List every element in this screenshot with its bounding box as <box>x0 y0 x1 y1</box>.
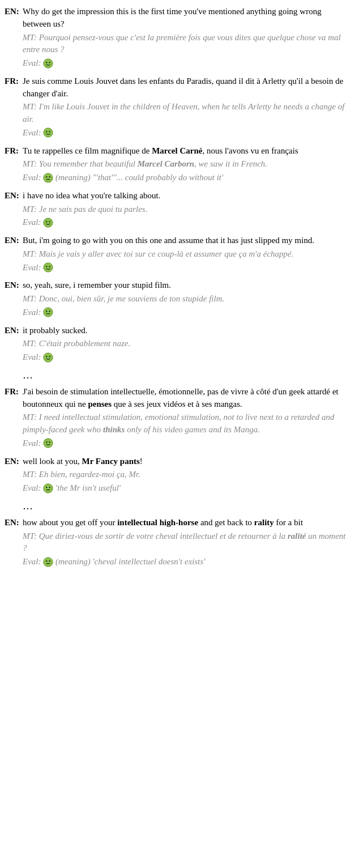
svg-point-12 <box>49 131 50 132</box>
smile-icon <box>43 128 53 137</box>
neutral-icon <box>43 483 53 492</box>
svg-point-18 <box>46 221 47 222</box>
eval-label: Eval: <box>23 308 43 317</box>
eval-line: Eval: <box>23 57 346 70</box>
translation-entry: EN:it probably sucked.MT: C'était probab… <box>5 325 346 364</box>
translation-entry: FR:Tu te rappelles ce film magnifique de… <box>5 145 346 184</box>
svg-point-19 <box>49 221 50 222</box>
svg-point-24 <box>46 310 47 312</box>
eval-comment: 'the Mr isn't useful' <box>53 483 121 492</box>
eval-label: Eval: <box>23 557 43 566</box>
svg-point-36 <box>44 557 53 566</box>
mt-text: MT: Que diriez-vous de sortir de votre c… <box>23 530 346 555</box>
mt-label: MT: <box>23 102 39 111</box>
entry-content: it probably sucked.MT: C'était probablem… <box>23 325 346 364</box>
svg-point-29 <box>44 439 53 448</box>
svg-point-20 <box>44 263 53 272</box>
svg-point-34 <box>49 487 50 488</box>
source-text: J'ai besoin de stimulation intellectuell… <box>23 386 346 411</box>
translation-entry: EN:well look at you, Mr Fancy pants!MT: … <box>5 456 346 495</box>
mt-text: MT: Eh bien, regardez-moi ça, Mr. <box>23 469 346 481</box>
eval-label: Eval: <box>23 439 43 448</box>
lang-label: EN: <box>5 190 23 229</box>
translation-entry: EN:how about you get off your intellectu… <box>5 517 346 568</box>
mt-text: MT: You remember that beautiful Marcel C… <box>23 158 346 171</box>
svg-point-25 <box>49 310 50 312</box>
eval-comment: (meaning) "'that'"... could probably do … <box>53 173 223 182</box>
lang-label: EN: <box>5 517 23 568</box>
mt-label: MT: <box>23 412 39 422</box>
svg-point-28 <box>49 356 50 357</box>
mt-text: MT: Donc, oui, bien sûr, je me souviens … <box>23 293 346 305</box>
svg-point-17 <box>44 218 53 227</box>
mt-label: MT: <box>23 294 39 303</box>
eval-label: Eval: <box>23 128 43 137</box>
eval-label: Eval: <box>23 263 43 272</box>
entry-content: i have no idea what you're talking about… <box>23 190 346 229</box>
smile-icon <box>43 58 53 67</box>
eval-label: Eval: <box>23 173 43 182</box>
smile-icon <box>43 439 53 448</box>
mt-label: MT: <box>23 470 39 479</box>
svg-point-32 <box>44 483 53 492</box>
lang-label: FR: <box>5 386 23 450</box>
svg-point-37 <box>46 560 47 561</box>
eval-line: Eval: (meaning) "'that'"... could probab… <box>23 172 346 184</box>
svg-point-8 <box>46 62 47 63</box>
neutral-icon <box>43 173 53 182</box>
eval-label: Eval: <box>23 58 43 67</box>
entry-content: Je suis comme Louis Jouvet dans les enfa… <box>23 75 346 139</box>
neutral-icon <box>43 557 53 566</box>
entry-content: But, i'm going to go with you on this on… <box>23 235 346 274</box>
mt-text: MT: I need intellectual stimulation, emo… <box>23 411 346 436</box>
source-text: Je suis comme Louis Jouvet dans les enfa… <box>23 75 346 100</box>
svg-point-21 <box>46 266 47 267</box>
entry-content: how about you get off your intellectual … <box>23 517 346 568</box>
svg-point-27 <box>46 356 47 357</box>
section-divider: … <box>23 500 346 512</box>
eval-label: Eval: <box>23 218 43 227</box>
mt-label: MT: <box>23 33 39 42</box>
eval-line: Eval: 'the Mr isn't useful' <box>23 482 346 495</box>
section-divider: … <box>23 369 346 381</box>
mt-text: MT: Pourquoi pensez-vous que c'est la pr… <box>23 32 346 57</box>
translation-entry: FR:J'ai besoin de stimulation intellectu… <box>5 386 346 450</box>
eval-line: Eval: (meaning) 'cheval intellectuel doe… <box>23 556 346 568</box>
lang-label: EN: <box>5 279 23 318</box>
entry-content: J'ai besoin de stimulation intellectuell… <box>23 386 346 450</box>
mt-text: MT: I'm like Louis Jouvet in the childre… <box>23 101 346 126</box>
source-text: how about you get off your intellectual … <box>23 517 346 529</box>
source-text: it probably sucked. <box>23 325 346 337</box>
eval-line: Eval: <box>23 437 346 450</box>
source-text: i have no idea what you're talking about… <box>23 190 346 202</box>
smile-icon <box>43 263 53 272</box>
source-text: well look at you, Mr Fancy pants! <box>23 456 346 468</box>
lang-label: EN: <box>5 456 23 495</box>
smile-icon <box>43 218 53 227</box>
source-text: Why do get the impression this is the fi… <box>23 6 346 31</box>
smile-icon <box>43 352 53 361</box>
lang-label: FR: <box>5 145 23 184</box>
eval-comment: (meaning) 'cheval intellectuel doesn't e… <box>53 557 205 566</box>
translation-entry: EN:Why do get the impression this is the… <box>5 6 346 70</box>
entry-content: well look at you, Mr Fancy pants!MT: Eh … <box>23 456 346 495</box>
translation-entry: EN:But, i'm going to go with you on this… <box>5 235 346 274</box>
lang-label: EN: <box>5 325 23 364</box>
source-text: Tu te rappelles ce film magnifique de Ma… <box>23 145 346 158</box>
smile-icon <box>43 308 53 317</box>
lang-label: EN: <box>5 235 23 274</box>
eval-line: Eval: <box>23 307 346 319</box>
svg-point-7 <box>44 58 53 67</box>
svg-point-13 <box>44 173 53 182</box>
svg-point-31 <box>49 441 50 442</box>
source-text: But, i'm going to go with you on this on… <box>23 235 346 247</box>
source-text: so, yeah, sure, i remember your stupid f… <box>23 279 346 292</box>
svg-point-26 <box>44 352 53 361</box>
mt-label: MT: <box>23 249 39 258</box>
svg-point-30 <box>46 441 47 442</box>
mt-label: MT: <box>23 159 39 168</box>
translation-entry: EN:i have no idea what you're talking ab… <box>5 190 346 229</box>
eval-label: Eval: <box>23 352 43 361</box>
svg-point-11 <box>46 131 47 132</box>
eval-line: Eval: <box>23 216 346 229</box>
